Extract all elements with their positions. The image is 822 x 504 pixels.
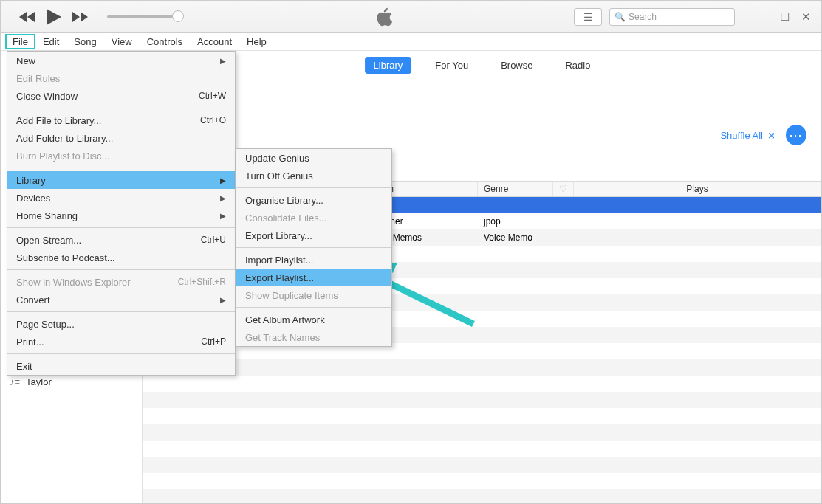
list-view-button[interactable]: ☰ xyxy=(574,8,602,26)
submenu-consolidate-files: Consolidate Files... xyxy=(236,209,391,227)
menu-song[interactable]: Song xyxy=(66,35,103,49)
menu-item-close-window[interactable]: Close WindowCtrl+W xyxy=(7,87,235,105)
menu-item-add-folder[interactable]: Add Folder to Library... xyxy=(7,129,235,147)
submenu-import-playlist[interactable]: Import Playlist... xyxy=(236,251,391,269)
maximize-button[interactable]: ☐ xyxy=(780,10,790,24)
play-button[interactable] xyxy=(41,1,67,33)
search-icon: 🔍 xyxy=(614,12,626,22)
tab-for-you[interactable]: For You xyxy=(426,57,477,74)
menu-item-show-explorer: Show in Windows ExplorerCtrl+Shift+R xyxy=(7,273,235,291)
menu-item-open-stream[interactable]: Open Stream...Ctrl+U xyxy=(7,231,235,249)
now-playing-display xyxy=(196,7,574,27)
shuffle-all-button[interactable]: Shuffle All ⤨ xyxy=(720,130,775,141)
menu-help[interactable]: Help xyxy=(239,35,274,49)
shuffle-icon: ⤨ xyxy=(767,130,775,141)
more-options-button[interactable]: ⋯ xyxy=(786,125,806,145)
menu-file[interactable]: File xyxy=(5,34,35,49)
menu-item-home-sharing[interactable]: Home Sharing▶ xyxy=(7,207,235,224)
column-plays[interactable]: Plays xyxy=(574,182,821,196)
column-genre[interactable]: Genre xyxy=(478,182,553,196)
tab-radio[interactable]: Radio xyxy=(556,57,599,74)
menu-item-convert[interactable]: Convert▶ xyxy=(7,291,235,308)
player-toolbar: ☰ 🔍 Search — ☐ ✕ xyxy=(1,1,821,33)
previous-button[interactable] xyxy=(14,1,41,33)
menu-account[interactable]: Account xyxy=(190,35,239,49)
page-header: c minutes Shuffle All ⤨ ⋯ xyxy=(157,119,806,151)
next-button[interactable] xyxy=(67,1,94,33)
close-button[interactable]: ✕ xyxy=(801,10,811,24)
menu-item-exit[interactable]: Exit xyxy=(7,357,235,375)
heart-icon: ♡ xyxy=(559,184,567,194)
menu-item-new[interactable]: New▶ xyxy=(7,52,235,69)
menu-item-edit-rules: Edit Rules xyxy=(7,69,235,87)
menu-item-page-setup[interactable]: Page Setup... xyxy=(7,315,235,333)
search-placeholder: Search xyxy=(629,12,657,22)
submenu-get-album-artwork[interactable]: Get Album Artwork xyxy=(236,311,391,328)
menu-item-devices[interactable]: Devices▶ xyxy=(7,189,235,207)
minimize-button[interactable]: — xyxy=(757,10,768,23)
file-dropdown-menu: New▶ Edit Rules Close WindowCtrl+W Add F… xyxy=(7,51,236,376)
tab-browse[interactable]: Browse xyxy=(492,57,541,74)
playlist-icon: ♪≡ xyxy=(10,376,20,387)
menu-item-burn-playlist: Burn Playlist to Disc... xyxy=(7,147,235,165)
submenu-organise-library[interactable]: Organise Library... xyxy=(236,191,391,209)
menu-view[interactable]: View xyxy=(104,35,140,49)
menu-item-print[interactable]: Print...Ctrl+P xyxy=(7,333,235,351)
menu-controls[interactable]: Controls xyxy=(140,35,190,49)
menu-item-subscribe-podcast[interactable]: Subscribe to Podcast... xyxy=(7,249,235,266)
apple-icon xyxy=(375,7,394,27)
tab-bar: Library For You Browse Radio xyxy=(365,57,600,74)
sidebar-item-taylor[interactable]: ♪≡ Taylor xyxy=(1,373,142,390)
submenu-show-duplicates: Show Duplicate Items xyxy=(236,286,391,304)
menu-item-library[interactable]: Library▶ xyxy=(7,171,235,189)
menu-item-add-file[interactable]: Add File to Library...Ctrl+O xyxy=(7,111,235,129)
window-controls: — ☐ ✕ xyxy=(747,10,821,24)
library-submenu: Update Genius Turn Off Genius Organise L… xyxy=(236,148,392,347)
submenu-turn-off-genius[interactable]: Turn Off Genius xyxy=(236,167,391,184)
toolbar-right: ☰ 🔍 Search xyxy=(574,8,747,26)
tab-library[interactable]: Library xyxy=(365,57,412,74)
submenu-update-genius[interactable]: Update Genius xyxy=(236,149,391,167)
submenu-export-library[interactable]: Export Library... xyxy=(236,227,391,244)
submenu-export-playlist[interactable]: Export Playlist... xyxy=(236,269,391,286)
sidebar-label: Taylor xyxy=(26,376,52,387)
playback-controls xyxy=(1,1,196,33)
menu-edit[interactable]: Edit xyxy=(35,35,66,49)
menu-bar: File Edit Song View Controls Account Hel… xyxy=(1,33,821,51)
submenu-get-track-names: Get Track Names xyxy=(236,328,391,346)
volume-slider[interactable] xyxy=(107,1,196,33)
column-love[interactable]: ♡ xyxy=(553,182,574,196)
search-input[interactable]: 🔍 Search xyxy=(609,8,735,26)
